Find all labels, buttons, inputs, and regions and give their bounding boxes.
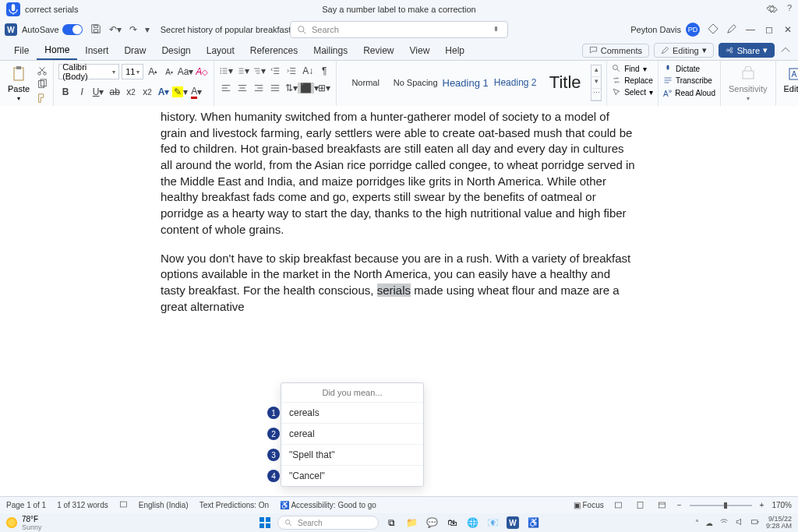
status-page[interactable]: Page 1 of 1 (6, 501, 46, 509)
dictate-button[interactable]: Dictate (663, 64, 715, 73)
share-button[interactable]: Share ▾ (719, 43, 775, 58)
task-view-icon[interactable]: ⧉ (383, 515, 399, 530)
status-language[interactable]: English (India) (139, 501, 189, 509)
collapse-ribbon-icon[interactable] (779, 44, 792, 57)
close-button[interactable]: ✕ (782, 24, 793, 35)
show-marks-icon[interactable]: ¶ (317, 64, 331, 78)
page[interactable]: history. When humanity switched from a h… (134, 106, 664, 358)
underline-button[interactable]: U▾ (91, 85, 105, 99)
tab-draw[interactable]: Draw (116, 42, 154, 59)
paragraph[interactable]: Now you don't have to skip breakfast bec… (161, 251, 637, 315)
save-icon[interactable] (89, 22, 103, 38)
accessibility-icon[interactable]: ♿ (525, 515, 541, 530)
maximize-button[interactable]: ◻ (764, 24, 775, 35)
zoom-slider[interactable] (690, 505, 752, 506)
tray-clock[interactable]: 9/15/229:28 AM (766, 516, 792, 530)
correction-option[interactable]: 4"Cancel" (281, 465, 423, 486)
help-icon[interactable]: ? (787, 3, 792, 16)
transcribe-button[interactable]: Transcribe (663, 76, 715, 85)
editor-button[interactable]: Editor (781, 64, 799, 95)
style-heading1[interactable]: Heading 1 (441, 64, 489, 101)
zoom-in-icon[interactable]: + (760, 501, 764, 509)
tray-wifi-icon[interactable] (719, 517, 729, 528)
tab-home[interactable]: Home (37, 41, 77, 60)
diamond-icon[interactable] (708, 23, 719, 36)
focus-button[interactable]: ▣ Focus (574, 501, 604, 509)
justify-icon[interactable] (268, 81, 282, 95)
autosave-toggle[interactable] (62, 24, 83, 35)
tab-layout[interactable]: Layout (199, 42, 242, 59)
clear-formatting-icon[interactable]: A◇ (195, 65, 209, 79)
store-icon[interactable]: 🛍 (444, 515, 460, 530)
bold-button[interactable]: B (58, 85, 72, 99)
select-button[interactable]: Select ▾ (612, 87, 653, 97)
read-aloud-button[interactable]: A»Read Aloud (663, 87, 715, 98)
bullets-icon[interactable]: ▾ (219, 64, 233, 78)
tab-help[interactable]: Help (437, 42, 472, 59)
word-icon[interactable]: W (505, 515, 521, 530)
align-center-icon[interactable] (235, 81, 249, 95)
correction-option[interactable]: 2cereal (281, 423, 423, 444)
decrease-indent-icon[interactable] (268, 64, 282, 78)
tab-references[interactable]: References (242, 42, 305, 59)
pen-icon[interactable] (726, 23, 737, 36)
tray-volume-icon[interactable] (735, 517, 744, 528)
tab-mailings[interactable]: Mailings (305, 42, 355, 59)
undo-icon[interactable]: ↶▾ (108, 23, 123, 37)
cut-icon[interactable] (36, 64, 48, 76)
copy-icon[interactable] (36, 78, 48, 90)
redo-icon[interactable]: ↷ (128, 23, 139, 37)
search-input[interactable]: Search (290, 21, 508, 38)
taskbar-search[interactable]: Search (277, 516, 379, 530)
shading-icon[interactable]: ⬛▾ (301, 81, 315, 95)
mic-icon[interactable] (6, 2, 20, 16)
status-spell-icon[interactable] (119, 500, 128, 510)
explorer-icon[interactable]: 📁 (404, 515, 419, 530)
grow-font-icon[interactable]: A▴ (146, 65, 160, 79)
status-predictions[interactable]: Text Predictions: On (200, 501, 269, 509)
replace-button[interactable]: Replace (612, 76, 653, 85)
subscript-button[interactable]: x2 (124, 85, 138, 99)
settings-icon[interactable] (766, 3, 778, 16)
tab-file[interactable]: File (6, 42, 37, 59)
tab-insert[interactable]: Insert (77, 42, 116, 59)
align-right-icon[interactable] (252, 81, 266, 95)
status-words[interactable]: 1 of 312 words (57, 501, 108, 509)
tab-view[interactable]: View (402, 42, 438, 59)
tray-chevron-icon[interactable]: ˄ (695, 519, 699, 527)
document-area[interactable]: history. When humanity switched from a h… (0, 106, 798, 510)
borders-icon[interactable]: ⊞▾ (317, 81, 331, 95)
font-name-combo[interactable]: Calibri (Body)▾ (58, 64, 119, 79)
strikethrough-button[interactable]: ab (108, 85, 122, 99)
comments-button[interactable]: Comments (582, 44, 649, 58)
print-layout-icon[interactable] (634, 499, 648, 512)
line-spacing-icon[interactable]: ⇅▾ (284, 81, 298, 95)
weather-widget[interactable]: 78°FSunny (6, 515, 42, 531)
font-color-icon[interactable]: A▾ (189, 85, 203, 99)
chat-icon[interactable]: 💬 (424, 515, 440, 530)
tab-review[interactable]: Review (355, 42, 401, 59)
font-size-combo[interactable]: 11▾ (122, 64, 143, 79)
change-case-icon[interactable]: Aa▾ (178, 65, 192, 79)
style-normal[interactable]: Normal (341, 64, 390, 101)
tray-battery-icon[interactable] (750, 517, 760, 528)
status-accessibility[interactable]: ♿ Accessibility: Good to go (280, 501, 376, 509)
tray-onedrive-icon[interactable]: ☁ (705, 519, 713, 527)
format-painter-icon[interactable] (36, 92, 48, 104)
zoom-value[interactable]: 170% (772, 501, 792, 509)
multilevel-list-icon[interactable]: ▾ (252, 64, 266, 78)
correction-option[interactable]: 3"Spell that" (281, 444, 423, 465)
superscript-button[interactable]: x2 (140, 85, 154, 99)
increase-indent-icon[interactable] (284, 64, 298, 78)
mail-icon[interactable]: 📧 (485, 515, 500, 530)
shrink-font-icon[interactable]: A▾ (162, 65, 176, 79)
paragraph[interactable]: history. When humanity switched from a h… (161, 109, 637, 238)
editing-mode-button[interactable]: Editing ▾ (654, 43, 714, 58)
styles-scroll[interactable]: ▴▾⋯ (591, 65, 602, 101)
paste-button[interactable]: Paste▾ (5, 64, 33, 104)
sort-icon[interactable]: A↓ (301, 64, 315, 78)
minimize-button[interactable]: — (745, 24, 756, 35)
qat-customize-icon[interactable]: ▾ (143, 23, 151, 37)
start-button[interactable] (257, 515, 273, 530)
user-account[interactable]: Peyton Davis PD (630, 23, 700, 37)
